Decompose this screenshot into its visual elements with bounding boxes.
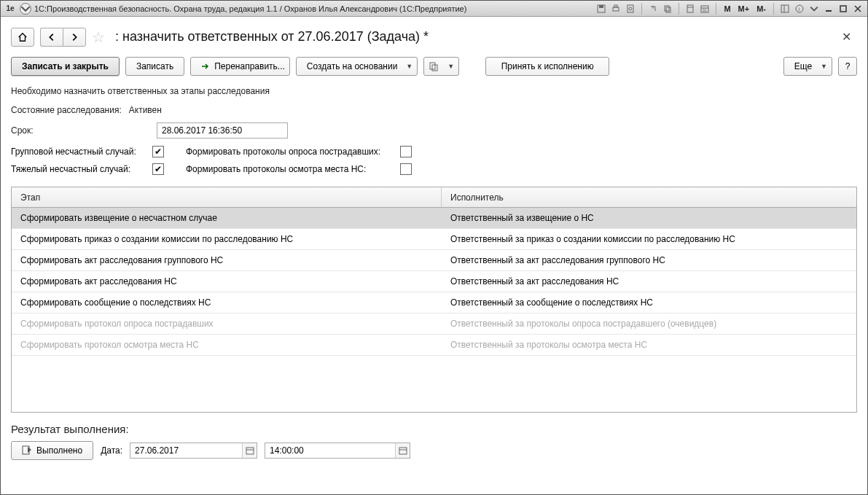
cell-exec: Ответственный за приказ о создании комис… bbox=[442, 234, 856, 244]
save-button[interactable]: Записать bbox=[125, 57, 184, 76]
status-label: Состояние расследования: bbox=[11, 105, 122, 115]
table-row[interactable]: Сформировать извещение о несчастном случ… bbox=[12, 208, 856, 229]
table-row[interactable]: Сформировать протокол опроса пострадавши… bbox=[12, 313, 856, 335]
back-button[interactable] bbox=[40, 28, 63, 47]
calendar-picker-icon[interactable] bbox=[395, 443, 410, 458]
checks-row-2: Тяжелый несчастный случай: Формировать п… bbox=[11, 163, 857, 175]
link-icon[interactable] bbox=[646, 3, 660, 15]
cell-exec: Ответственный за протоколы осмотра места… bbox=[442, 340, 856, 350]
done-flag-icon bbox=[22, 445, 32, 456]
chevron-down-icon: ▼ bbox=[406, 63, 413, 70]
svg-rect-7 bbox=[666, 7, 670, 12]
cell-stage: Сформировать сообщение о последствиях НС bbox=[12, 297, 442, 308]
table-row[interactable]: Сформировать сообщение о последствиях НС… bbox=[12, 292, 856, 313]
cell-stage: Сформировать акт расследования групповог… bbox=[12, 255, 442, 265]
copy-icon[interactable] bbox=[661, 3, 674, 15]
help-button[interactable]: ? bbox=[838, 57, 857, 76]
form-vict-protocols-checkbox[interactable] bbox=[400, 146, 412, 157]
save-and-close-button[interactable]: Записать и закрыть bbox=[11, 57, 120, 76]
svg-text:i: i bbox=[799, 7, 800, 12]
done-button[interactable]: Выполнено bbox=[11, 441, 93, 460]
cell-exec: Ответственный за акт расследования групп… bbox=[442, 255, 856, 265]
deadline-label: Срок: bbox=[11, 125, 149, 136]
svg-rect-18 bbox=[840, 6, 846, 12]
svg-rect-8 bbox=[687, 5, 693, 12]
more-label: Еще bbox=[794, 61, 812, 71]
panels-icon[interactable] bbox=[778, 3, 791, 15]
done-label: Выполнено bbox=[36, 445, 82, 456]
header-row: ☆ : назначить ответственных от 27.06.201… bbox=[11, 27, 857, 47]
save-icon[interactable] bbox=[595, 3, 608, 15]
home-button[interactable] bbox=[11, 28, 34, 47]
form-site-protocols-checkbox[interactable] bbox=[400, 163, 412, 175]
form-site-protocols-label: Формировать протоколы осмотра места НС: bbox=[186, 164, 366, 174]
table-row[interactable]: Сформировать протокол осмотра места НСОт… bbox=[12, 335, 856, 356]
separator bbox=[679, 3, 679, 15]
calendar-icon[interactable]: 31 bbox=[698, 3, 711, 15]
accept-button[interactable]: Принять к исполнению bbox=[485, 57, 609, 76]
create-based-label: Создать на основании bbox=[307, 61, 398, 71]
cell-exec: Ответственный за сообщение о последствия… bbox=[442, 297, 856, 308]
chevron-down-icon: ▼ bbox=[447, 63, 454, 70]
table-row[interactable]: Сформировать приказ о создании комиссии … bbox=[12, 229, 856, 250]
options-dropdown-icon[interactable] bbox=[808, 3, 821, 15]
window-title: 1С:Производственная безопасность. Охрана… bbox=[34, 4, 466, 13]
svg-rect-2 bbox=[613, 7, 619, 11]
minimize-button[interactable] bbox=[822, 3, 835, 15]
calculator-icon[interactable] bbox=[684, 3, 697, 15]
th-exec[interactable]: Исполнитель bbox=[442, 187, 856, 207]
description-text: Необходимо назначить ответственных за эт… bbox=[11, 86, 857, 96]
svg-rect-4 bbox=[627, 5, 633, 12]
more-button[interactable]: Еще ▼ bbox=[783, 57, 832, 76]
memory-mplus-button[interactable]: M+ bbox=[738, 4, 750, 13]
maximize-button[interactable] bbox=[837, 3, 850, 15]
deadline-input[interactable] bbox=[157, 122, 288, 139]
svg-point-5 bbox=[629, 7, 632, 10]
toolbar: Записать и закрыть Записать Перенаправит… bbox=[11, 57, 857, 76]
cell-stage: Сформировать приказ о создании комиссии … bbox=[12, 234, 442, 244]
create-based-on-button[interactable]: Создать на основании ▼ bbox=[296, 57, 418, 76]
svg-rect-6 bbox=[665, 6, 669, 11]
separator bbox=[716, 3, 716, 15]
titlebar: 1e 1С:Производственная безопасность. Охр… bbox=[1, 1, 867, 17]
forward-button[interactable] bbox=[63, 28, 86, 47]
cell-stage: Сформировать протокол опроса пострадавши… bbox=[12, 319, 442, 329]
table-row[interactable]: Сформировать акт расследования НСОтветст… bbox=[12, 271, 856, 292]
time-input[interactable] bbox=[265, 443, 410, 459]
memory-m-button[interactable]: M bbox=[724, 4, 730, 13]
chevron-down-icon: ▼ bbox=[821, 63, 827, 70]
result-label: Результат выполнения: bbox=[11, 423, 857, 435]
cell-exec: Ответственный за акт расследования НС bbox=[442, 276, 856, 287]
svg-rect-3 bbox=[614, 5, 617, 7]
result-row: Выполнено Дата: bbox=[11, 441, 857, 460]
close-form-button[interactable]: ✕ bbox=[836, 27, 857, 47]
status-value: Активен bbox=[129, 105, 162, 115]
app-window: 1e 1С:Производственная безопасность. Охр… bbox=[0, 0, 868, 495]
svg-rect-24 bbox=[246, 448, 254, 454]
favorite-star-icon[interactable]: ☆ bbox=[92, 28, 105, 46]
svg-rect-26 bbox=[399, 448, 407, 454]
system-menu-dropdown[interactable] bbox=[20, 3, 31, 15]
status-row: Состояние расследования: Активен bbox=[11, 105, 857, 115]
print-icon[interactable] bbox=[609, 3, 622, 15]
info-icon[interactable]: i bbox=[793, 3, 806, 15]
date-input[interactable] bbox=[130, 443, 257, 459]
calendar-picker-icon[interactable] bbox=[242, 443, 257, 458]
memory-mminus-button[interactable]: M- bbox=[756, 4, 766, 13]
table-header: Этап Исполнитель bbox=[12, 187, 856, 208]
svg-text:31: 31 bbox=[703, 8, 707, 12]
deadline-row: Срок: bbox=[11, 122, 857, 139]
attachments-button[interactable]: ▼ bbox=[423, 57, 459, 76]
stages-table: Этап Исполнитель Сформировать извещение … bbox=[11, 187, 857, 413]
table-row[interactable]: Сформировать акт расследования групповог… bbox=[12, 250, 856, 271]
severe-accident-checkbox[interactable] bbox=[152, 163, 164, 175]
redirect-button[interactable]: Перенаправить... bbox=[190, 57, 290, 76]
group-accident-checkbox[interactable] bbox=[152, 146, 164, 157]
svg-rect-13 bbox=[781, 5, 789, 12]
preview-icon[interactable] bbox=[624, 3, 637, 15]
th-stage[interactable]: Этап bbox=[12, 187, 442, 207]
window-close-button[interactable] bbox=[851, 3, 864, 15]
cell-stage: Сформировать акт расследования НС bbox=[12, 276, 442, 287]
redirect-arrow-icon bbox=[201, 62, 210, 71]
separator bbox=[773, 3, 774, 15]
